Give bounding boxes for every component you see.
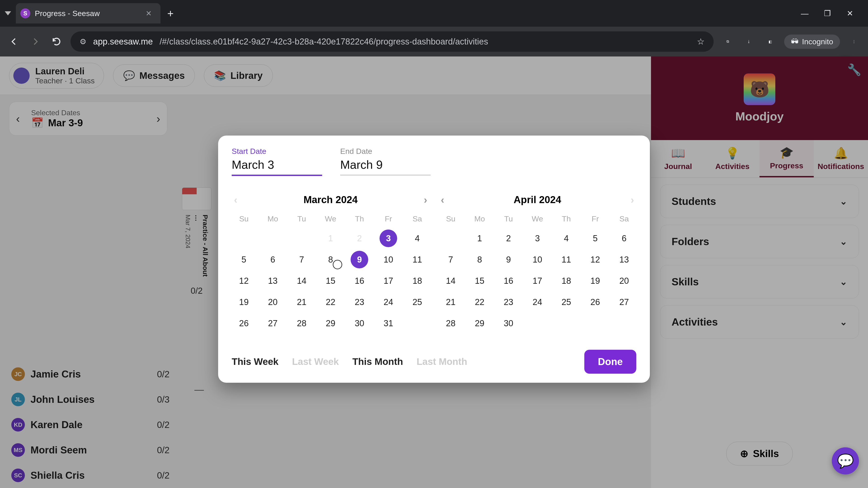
day-cell[interactable]: 10 [374, 249, 403, 270]
overflow-menu-button[interactable]: ⋮ [847, 34, 861, 49]
day-cell[interactable]: 16 [345, 270, 374, 291]
minimize-button[interactable]: — [800, 9, 809, 18]
day-cell[interactable]: 5 [229, 249, 258, 270]
day-cell[interactable]: 30 [345, 313, 374, 334]
day-cell[interactable]: 11 [403, 249, 432, 270]
day-cell[interactable]: 2 [494, 228, 523, 249]
prev-month-button[interactable]: ‹ [441, 194, 444, 206]
day-cell[interactable]: 27 [258, 313, 287, 334]
day-cell[interactable]: 23 [494, 291, 523, 313]
day-cell[interactable]: 19 [229, 291, 258, 313]
reload-button[interactable] [49, 34, 64, 49]
browser-tab-active[interactable]: S Progress - Seesaw × [16, 3, 160, 24]
day-cell[interactable]: 18 [552, 270, 581, 291]
day-cell[interactable]: 17 [374, 270, 403, 291]
day-cell[interactable]: 26 [581, 291, 610, 313]
bookmark-icon[interactable]: ☆ [697, 37, 705, 46]
month-title: March 2024 [304, 194, 358, 205]
day-cell[interactable]: 22 [465, 291, 494, 313]
day-cell[interactable]: 8 [316, 249, 345, 270]
day-cell[interactable]: 27 [610, 291, 639, 313]
url-path: /#/class/class.e01bf4c2-9a27-42c3-b28a-4… [160, 37, 488, 46]
new-tab-button[interactable]: + [167, 7, 174, 20]
day-cell[interactable]: 12 [581, 249, 610, 270]
sidepanel-icon[interactable]: ◧ [763, 34, 777, 49]
weekday-label: Tu [494, 210, 523, 228]
end-date-field[interactable]: End Date March 9 [340, 147, 431, 176]
day-cell[interactable]: 20 [258, 291, 287, 313]
preset-this-week[interactable]: This Week [232, 356, 278, 367]
day-cell[interactable]: 24 [523, 291, 552, 313]
next-month-button[interactable]: › [424, 194, 427, 206]
date-picker-modal: Start Date March 3 End Date March 9 ‹Mar… [218, 135, 650, 383]
day-cell[interactable]: 8 [465, 249, 494, 270]
preset-last-week: Last Week [292, 356, 339, 367]
weekday-label: Sa [403, 210, 432, 228]
preset-this-month[interactable]: This Month [352, 356, 403, 367]
day-cell[interactable]: 6 [610, 228, 639, 249]
day-cell[interactable]: 13 [258, 270, 287, 291]
tab-search-icon[interactable] [4, 4, 11, 22]
day-cell[interactable]: 24 [374, 291, 403, 313]
day-cell[interactable]: 21 [436, 291, 465, 313]
day-cell[interactable]: 26 [229, 313, 258, 334]
start-date-label: Start Date [232, 147, 322, 156]
weekday-label: Th [345, 210, 374, 228]
site-info-icon[interactable]: ⚙ [80, 37, 86, 46]
day-cell[interactable]: 4 [403, 228, 432, 249]
day-cell[interactable]: 25 [552, 291, 581, 313]
weekday-row: SuMoTuWeThFrSa [229, 210, 432, 228]
day-cell[interactable]: 30 [494, 313, 523, 334]
day-cell[interactable]: 21 [287, 291, 316, 313]
day-cell[interactable]: 15 [316, 270, 345, 291]
day-cell[interactable]: 17 [523, 270, 552, 291]
maximize-button[interactable]: ❐ [823, 9, 832, 18]
day-cell[interactable]: 25 [403, 291, 432, 313]
day-cell[interactable]: 14 [287, 270, 316, 291]
done-button[interactable]: Done [584, 350, 636, 374]
address-bar[interactable]: ⚙ app.seesaw.me/#/class/class.e01bf4c2-9… [70, 31, 714, 52]
day-cell[interactable]: 13 [610, 249, 639, 270]
extensions-icon[interactable]: ⧉ [720, 34, 735, 49]
calendar-month: ‹April 2024›SuMoTuWeThFrSa12345678910111… [436, 190, 639, 334]
day-cell[interactable]: 9 [494, 249, 523, 270]
day-cell[interactable]: 10 [523, 249, 552, 270]
day-cell[interactable]: 1 [465, 228, 494, 249]
day-cell[interactable]: 28 [436, 313, 465, 334]
day-cell[interactable]: 7 [287, 249, 316, 270]
incognito-chip[interactable]: 🕶 Incognito [784, 35, 840, 49]
tab-close-button[interactable]: × [146, 8, 151, 19]
day-cell[interactable]: 3 [523, 228, 552, 249]
day-cell[interactable]: 16 [494, 270, 523, 291]
day-cell[interactable]: 29 [316, 313, 345, 334]
chat-icon: 💬 [837, 453, 854, 469]
day-cell[interactable]: 11 [552, 249, 581, 270]
chat-fab[interactable]: 💬 [832, 447, 859, 475]
back-button[interactable] [7, 34, 21, 49]
day-cell[interactable]: 5 [581, 228, 610, 249]
day-cell[interactable]: 20 [610, 270, 639, 291]
day-cell[interactable]: 4 [552, 228, 581, 249]
day-cell[interactable]: 19 [581, 270, 610, 291]
close-window-button[interactable]: ✕ [845, 9, 855, 18]
day-cell[interactable]: 22 [316, 291, 345, 313]
day-cell[interactable]: 6 [258, 249, 287, 270]
day-cell[interactable]: 12 [229, 270, 258, 291]
forward-button[interactable] [28, 34, 42, 49]
day-cell[interactable]: 3 [374, 228, 403, 249]
day-cell[interactable]: 31 [374, 313, 403, 334]
day-cell[interactable]: 28 [287, 313, 316, 334]
month-title: April 2024 [514, 194, 561, 205]
day-cell[interactable]: 7 [436, 249, 465, 270]
day-cell[interactable]: 9 [345, 249, 374, 270]
start-date-field[interactable]: Start Date March 3 [232, 147, 322, 176]
day-cell[interactable]: 18 [403, 270, 432, 291]
day-cell[interactable]: 15 [465, 270, 494, 291]
day-cell[interactable]: 23 [345, 291, 374, 313]
day-cell[interactable]: 29 [465, 313, 494, 334]
downloads-icon[interactable]: ⭳ [742, 34, 756, 49]
day-cell-muted: 2 [345, 228, 374, 249]
day-cell[interactable]: 14 [436, 270, 465, 291]
weekday-label: Su [436, 210, 465, 228]
next-month-button: › [631, 194, 634, 206]
